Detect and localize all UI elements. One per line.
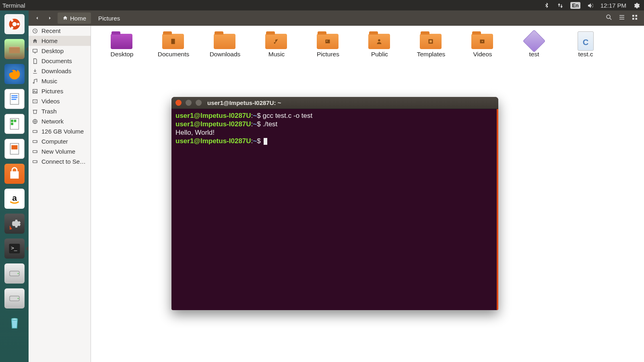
file-label: Videos	[473, 51, 492, 58]
svg-rect-13	[11, 120, 13, 122]
grid-view-icon[interactable]	[631, 14, 638, 23]
grid-item-test[interactable]: test	[514, 31, 555, 58]
file-icon	[111, 31, 133, 49]
grid-item-public[interactable]: Public	[359, 31, 400, 58]
place-recent[interactable]: Recent	[29, 26, 91, 36]
place-music[interactable]: Music	[29, 76, 91, 86]
svg-rect-27	[632, 15, 634, 17]
breadcrumb-label: Home	[70, 15, 86, 22]
grid-item-pictures[interactable]: Pictures	[308, 31, 349, 58]
file-icon	[265, 31, 288, 49]
settings-icon[interactable]	[3, 212, 26, 235]
clock-label[interactable]: 12:17 PM	[601, 2, 626, 9]
session-gear-icon[interactable]	[633, 1, 640, 9]
file-label: Public	[371, 51, 388, 58]
grid-item-music[interactable]: Music	[256, 31, 297, 58]
svg-text:a: a	[12, 193, 17, 202]
file-icon	[317, 31, 339, 49]
breadcrumb-label: Pictures	[98, 15, 120, 22]
grid-item-test-c[interactable]: Ctest.c	[565, 31, 606, 58]
input-source-indicator[interactable]: En	[570, 2, 580, 9]
place-trash[interactable]: Trash	[29, 106, 91, 116]
svg-point-22	[17, 273, 19, 274]
place-desktop[interactable]: Desktop	[29, 46, 91, 56]
place-pictures[interactable]: Pictures	[29, 86, 91, 96]
network-icon[interactable]	[557, 1, 564, 9]
file-label: Pictures	[317, 51, 339, 58]
terminal-scrollbar[interactable]	[497, 109, 498, 310]
place-home[interactable]: Home	[29, 36, 91, 46]
grid-item-documents[interactable]: Documents	[153, 31, 194, 58]
breadcrumb-pictures[interactable]: Pictures	[93, 12, 125, 24]
terminal-titlebar[interactable]: user1@Impetus-I0287U: ~	[171, 97, 498, 109]
volume-icon[interactable]	[587, 1, 594, 9]
window-minimize-button[interactable]	[186, 100, 192, 106]
file-icon	[214, 31, 236, 49]
terminal-window[interactable]: user1@Impetus-I0287U: ~ user1@Impetus-I0…	[171, 97, 498, 310]
svg-rect-50	[429, 40, 432, 43]
svg-rect-15	[11, 123, 13, 125]
file-icon	[368, 31, 391, 49]
impress-icon[interactable]	[3, 138, 26, 160]
search-icon[interactable]	[605, 14, 613, 23]
terminal-icon[interactable]: >_	[3, 237, 26, 260]
svg-rect-30	[636, 18, 638, 20]
place-documents[interactable]: Documents	[29, 56, 91, 66]
svg-rect-28	[636, 15, 638, 17]
place-videos[interactable]: Videos	[29, 96, 91, 106]
list-view-icon[interactable]	[618, 14, 625, 23]
svg-text:>_: >_	[11, 245, 17, 251]
place-new-volume[interactable]: New Volume	[29, 146, 91, 156]
svg-point-44	[36, 161, 37, 162]
grid-item-desktop[interactable]: Desktop	[101, 31, 142, 58]
place-computer[interactable]: Computer	[29, 136, 91, 146]
bluetooth-icon[interactable]	[543, 1, 550, 9]
unity-launcher: a >_	[0, 10, 29, 362]
svg-rect-14	[14, 120, 16, 122]
svg-rect-11	[11, 99, 16, 100]
file-icon	[420, 31, 442, 49]
terminal-line: user1@Impetus-I0287U:~$	[175, 137, 494, 145]
breadcrumb-home[interactable]: Home	[58, 12, 91, 24]
writer-icon[interactable]	[3, 88, 26, 110]
grid-item-videos[interactable]: Videos	[462, 31, 503, 58]
place-connect-to-se-[interactable]: Connect to Se…	[29, 156, 91, 167]
software-icon[interactable]	[3, 162, 26, 185]
terminal-line: user1@Impetus-I0287U:~$ ./test	[175, 120, 494, 128]
active-app-label: Terminal	[2, 2, 25, 9]
svg-rect-45	[171, 39, 175, 44]
place-126-gb-volume[interactable]: 126 GB Volume	[29, 126, 91, 136]
svg-point-48	[378, 39, 380, 42]
terminal-cursor	[264, 138, 267, 145]
svg-rect-17	[11, 145, 17, 150]
svg-point-42	[36, 151, 37, 152]
window-maximize-button[interactable]	[196, 100, 202, 106]
files-icon[interactable]	[3, 38, 26, 60]
dash-icon[interactable]	[3, 13, 26, 35]
terminal-content[interactable]: user1@Impetus-I0287U:~$ gcc test.c -o te…	[171, 109, 498, 148]
drive1-icon[interactable]	[3, 262, 26, 285]
window-close-button[interactable]	[175, 100, 182, 106]
nav-forward-button[interactable]	[45, 13, 55, 23]
svg-point-1	[12, 22, 17, 27]
svg-rect-29	[632, 18, 634, 20]
trash-icon[interactable]	[3, 312, 26, 335]
grid-item-templates[interactable]: Templates	[411, 31, 452, 58]
file-label: Documents	[158, 51, 189, 58]
drive2-icon[interactable]	[3, 287, 26, 310]
file-label: Templates	[417, 51, 446, 58]
places-sidebar: RecentHomeDesktopDocumentsDownloadsMusic…	[29, 26, 91, 362]
place-network[interactable]: Network	[29, 116, 91, 126]
amazon-icon[interactable]: a	[3, 187, 26, 210]
place-downloads[interactable]: Downloads	[29, 66, 91, 76]
svg-point-3	[11, 19, 13, 22]
firefox-icon[interactable]	[3, 63, 26, 85]
nav-back-button[interactable]	[32, 13, 42, 23]
calc-icon[interactable]	[3, 113, 26, 135]
svg-rect-33	[33, 89, 37, 93]
terminal-title: user1@Impetus-I0287U: ~	[207, 99, 281, 106]
svg-point-24	[17, 298, 19, 299]
grid-item-downloads[interactable]: Downloads	[204, 31, 246, 58]
svg-point-38	[36, 131, 37, 132]
svg-point-4	[11, 27, 13, 29]
